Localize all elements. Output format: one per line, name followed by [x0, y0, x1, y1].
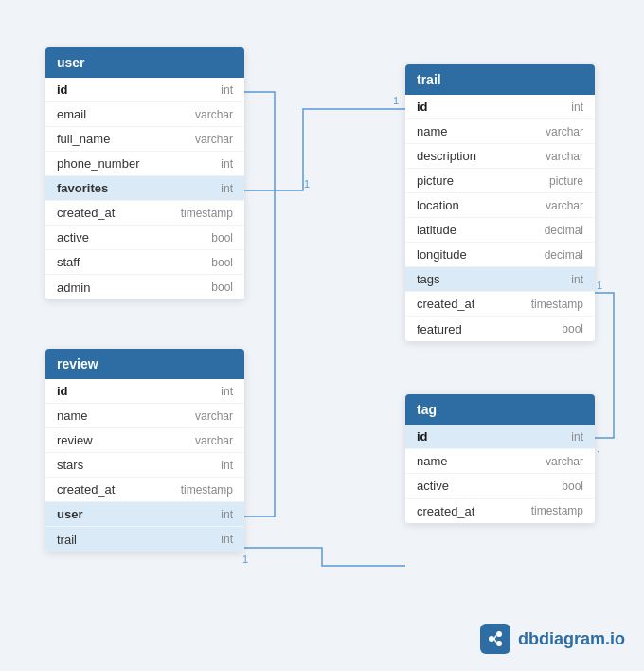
field-name: id — [57, 384, 68, 398]
field-name: picture — [417, 173, 454, 188]
table-row: trailint — [45, 527, 244, 552]
field-type: int — [221, 508, 233, 521]
table-review: reviewidintnamevarcharreviewvarcharstars… — [45, 349, 244, 552]
table-row: full_namevarchar — [45, 127, 244, 152]
field-name: longitude — [417, 247, 467, 262]
svg-line-9 — [494, 639, 496, 643]
table-row: userint — [45, 502, 244, 527]
table-header-tag: tag — [405, 394, 595, 425]
table-trail: trailidintnamevarchardescriptionvarcharp… — [405, 64, 595, 341]
field-name: featured — [417, 322, 462, 336]
field-name: admin — [57, 281, 90, 295]
field-type: timestamp — [531, 298, 583, 311]
field-type: int — [221, 182, 233, 195]
field-name: active — [57, 230, 89, 245]
table-row: created_attimestamp — [45, 478, 244, 502]
field-name: trail — [57, 533, 77, 547]
field-type: varchar — [195, 133, 233, 146]
field-type: decimal — [545, 224, 583, 237]
field-name: created_at — [417, 504, 474, 518]
field-type: timestamp — [181, 483, 233, 497]
table-row: starsint — [45, 453, 244, 478]
table-row: adminbool — [45, 275, 244, 299]
field-type: int — [221, 157, 233, 171]
field-type: bool — [211, 256, 233, 269]
field-type: int — [221, 459, 233, 472]
field-type: varchar — [546, 199, 583, 212]
table-row: favoritesint — [45, 176, 244, 201]
table-row: idint — [405, 95, 595, 119]
field-name: latitude — [417, 223, 456, 237]
table-row: emailvarchar — [45, 102, 244, 127]
field-type: varchar — [546, 125, 583, 138]
field-type: int — [221, 533, 233, 546]
brand-icon — [480, 624, 510, 654]
table-header-trail: trail — [405, 64, 595, 95]
table-row: phone_numberint — [45, 152, 244, 176]
field-type: varchar — [546, 150, 583, 163]
field-type: int — [221, 83, 233, 97]
table-row: featuredbool — [405, 317, 595, 341]
field-type: bool — [562, 480, 583, 493]
table-row: activebool — [45, 226, 244, 250]
field-name: id — [417, 429, 428, 444]
table-row: tagsint — [405, 267, 595, 292]
field-type: int — [571, 273, 583, 286]
field-name: created_at — [417, 297, 474, 311]
svg-line-8 — [494, 636, 496, 640]
table-header-review: review — [45, 349, 244, 379]
field-type: picture — [549, 174, 583, 188]
table-row: locationvarchar — [405, 193, 595, 218]
table-row: idint — [45, 379, 244, 404]
field-type: varchar — [195, 434, 233, 447]
field-name: active — [417, 479, 449, 493]
field-name: favorites — [57, 181, 108, 195]
table-row: created_attimestamp — [405, 292, 595, 317]
table-user: useridintemailvarcharfull_namevarcharpho… — [45, 47, 244, 299]
field-name: created_at — [57, 206, 115, 220]
field-name: id — [417, 100, 428, 114]
table-tag: tagidintnamevarcharactiveboolcreated_att… — [405, 394, 595, 523]
field-name: name — [417, 454, 448, 468]
field-name: description — [417, 149, 476, 163]
field-type: decimal — [545, 248, 583, 262]
field-type: int — [571, 430, 583, 444]
field-type: varchar — [195, 108, 233, 121]
field-type: timestamp — [531, 504, 583, 517]
table-header-user: user — [45, 47, 244, 78]
field-name: user — [57, 507, 82, 521]
table-row: created_attimestamp — [45, 201, 244, 226]
field-name: name — [417, 124, 448, 138]
field-name: email — [57, 107, 86, 121]
table-row: namevarchar — [45, 404, 244, 428]
field-type: varchar — [546, 455, 583, 468]
field-type: varchar — [195, 409, 233, 423]
field-name: phone_number — [57, 156, 139, 171]
table-row: activebool — [405, 474, 595, 499]
field-name: staff — [57, 255, 80, 269]
table-row: picturepicture — [405, 169, 595, 193]
table-row: namevarchar — [405, 449, 595, 474]
table-row: descriptionvarchar — [405, 144, 595, 169]
field-type: timestamp — [181, 207, 233, 220]
field-name: review — [57, 433, 93, 447]
table-row: namevarchar — [405, 119, 595, 144]
table-row: idint — [405, 425, 595, 449]
field-type: int — [221, 385, 233, 398]
field-name: stars — [57, 458, 83, 472]
table-row: longitudedecimal — [405, 243, 595, 267]
field-type: int — [571, 100, 583, 114]
table-row: latitudedecimal — [405, 218, 595, 243]
field-name: full_name — [57, 132, 110, 146]
field-name: location — [417, 198, 459, 212]
svg-point-5 — [489, 636, 494, 642]
field-name: name — [57, 408, 88, 423]
field-type: bool — [211, 281, 233, 294]
table-row: staffbool — [45, 250, 244, 275]
brand-badge: dbdiagram.io — [480, 624, 625, 654]
field-name: created_at — [57, 482, 115, 497]
brand-text: dbdiagram.io — [518, 629, 625, 649]
field-name: tags — [417, 272, 440, 286]
field-name: id — [57, 82, 68, 97]
svg-point-6 — [496, 631, 502, 637]
